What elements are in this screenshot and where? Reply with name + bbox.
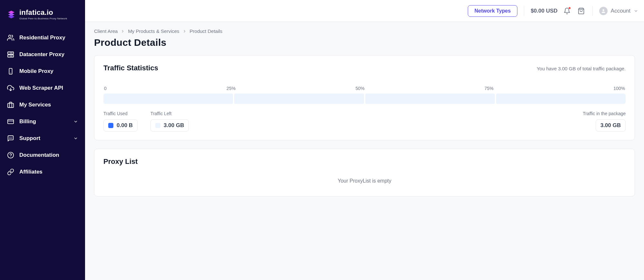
progress-segment	[365, 94, 495, 104]
brand-name: infatica.io	[19, 9, 67, 16]
stat-traffic-package: Traffic in the package 3.00 GB	[583, 111, 626, 132]
network-types-button[interactable]: Network Types	[468, 5, 518, 17]
traffic-progress-bar	[103, 94, 626, 104]
download-cloud-icon	[7, 85, 14, 92]
breadcrumb-current: Product Details	[190, 28, 223, 34]
brand[interactable]: infatica.io Global Peer-to-Business Prox…	[0, 5, 85, 28]
breadcrumb-link[interactable]: My Products & Services	[128, 28, 179, 34]
briefcase-icon	[7, 101, 14, 108]
tick-label: 75%	[485, 86, 494, 91]
sidebar-item-label: Residential Proxy	[19, 35, 65, 41]
stat-value: 3.00 GB	[164, 122, 184, 129]
notifications-button[interactable]	[562, 6, 572, 16]
bag-icon	[578, 7, 585, 15]
sidebar-item-documentation[interactable]: Documentation	[0, 147, 85, 163]
sidebar-nav: Residential Proxy Datacenter Proxy Mobil…	[0, 28, 85, 182]
proxy-list-card: Proxy List Your ProxyList is empty	[94, 149, 635, 196]
proxy-list-title: Proxy List	[103, 157, 626, 166]
legend-swatch-left	[155, 123, 160, 128]
progress-segment	[234, 94, 364, 104]
account-label: Account	[611, 8, 630, 14]
tick-label: 100%	[613, 86, 625, 91]
svg-point-19	[602, 9, 604, 11]
help-icon	[7, 152, 14, 159]
sidebar-item-label: My Services	[19, 102, 51, 108]
progress-segment	[103, 94, 233, 104]
sidebar-item-my-services[interactable]: My Services	[0, 97, 85, 113]
sidebar-item-label: Datacenter Proxy	[19, 51, 64, 58]
legend-swatch-used	[108, 123, 113, 128]
sidebar-item-billing[interactable]: Billing	[0, 114, 85, 130]
traffic-stats-note: You have 3.00 GB of total traffic packag…	[537, 66, 626, 71]
stat-chip: 3.00 GB	[596, 119, 626, 132]
divider	[524, 6, 524, 16]
stat-chip: 0.00 B	[103, 119, 138, 132]
breadcrumb: Client Area My Products & Services Produ…	[94, 28, 635, 34]
traffic-stats-title: Traffic Statistics	[103, 64, 158, 72]
chevron-down-icon	[73, 136, 78, 141]
svg-point-0	[9, 35, 11, 37]
stat-label: Traffic Used	[103, 111, 138, 116]
stat-traffic-used: Traffic Used 0.00 B	[103, 111, 138, 132]
sidebar-item-label: Billing	[19, 118, 36, 125]
stat-value: 0.00 B	[117, 122, 133, 129]
tick-label: 25%	[226, 86, 235, 91]
sidebar-item-mobile-proxy[interactable]: Mobile Proxy	[0, 63, 85, 79]
chevron-down-icon	[73, 119, 78, 124]
divider	[592, 6, 593, 16]
progress-segment	[496, 94, 626, 104]
cart-button[interactable]	[576, 6, 586, 16]
svg-rect-11	[8, 120, 14, 124]
sidebar-item-label: Documentation	[19, 152, 59, 158]
traffic-ticks: 0 25% 50% 75% 100%	[103, 86, 626, 91]
sidebar: infatica.io Global Peer-to-Business Prox…	[0, 0, 85, 280]
page-title: Product Details	[94, 37, 635, 48]
proxy-list-empty: Your ProxyList is empty	[103, 172, 626, 188]
sidebar-item-label: Support	[19, 135, 40, 142]
account-menu[interactable]: Account	[599, 7, 638, 15]
notification-dot	[568, 7, 571, 9]
brand-subtitle: Global Peer-to-Business Proxy Network	[19, 17, 67, 20]
breadcrumb-link[interactable]: Client Area	[94, 28, 118, 34]
stat-label: Traffic in the package	[583, 111, 626, 116]
sidebar-item-affiliates[interactable]: Affiliates	[0, 164, 85, 180]
sidebar-item-label: Web Scraper API	[19, 85, 63, 91]
users-icon	[7, 34, 14, 41]
sidebar-item-label: Mobile Proxy	[19, 68, 53, 75]
svg-rect-10	[8, 103, 14, 107]
sidebar-item-label: Affiliates	[19, 169, 43, 175]
server-icon	[7, 51, 14, 58]
balance: $0.00 USD	[531, 8, 557, 14]
chevron-down-icon	[634, 9, 638, 13]
stat-label: Traffic Left	[150, 111, 189, 116]
chevron-right-icon	[183, 29, 187, 33]
topbar: Network Types $0.00 USD Account	[85, 0, 644, 22]
avatar-icon	[599, 7, 608, 15]
stat-traffic-left: Traffic Left 3.00 GB	[150, 111, 189, 132]
chat-icon	[7, 135, 14, 142]
traffic-stats-card: Traffic Statistics You have 3.00 GB of t…	[94, 55, 635, 140]
link-icon	[7, 168, 14, 175]
stat-value: 3.00 GB	[601, 122, 621, 129]
tick-label: 0	[104, 86, 107, 91]
mobile-icon	[7, 68, 14, 75]
svg-rect-7	[9, 68, 12, 74]
sidebar-item-residential-proxy[interactable]: Residential Proxy	[0, 30, 85, 46]
brand-logo-icon	[6, 10, 16, 19]
sidebar-item-web-scraper-api[interactable]: Web Scraper API	[0, 80, 85, 96]
credit-card-icon	[7, 118, 14, 125]
sidebar-item-datacenter-proxy[interactable]: Datacenter Proxy	[0, 46, 85, 63]
sidebar-item-support[interactable]: Support	[0, 130, 85, 146]
stat-chip: 3.00 GB	[150, 119, 189, 132]
chevron-right-icon	[121, 29, 125, 33]
tick-label: 50%	[355, 86, 364, 91]
